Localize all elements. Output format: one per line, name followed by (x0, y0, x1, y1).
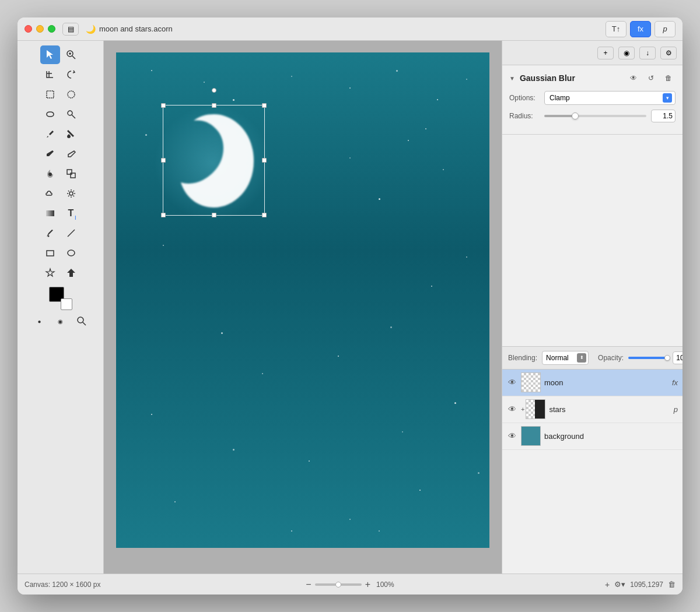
layer-stars-eye[interactable]: 👁 (507, 404, 517, 414)
app-window: ▤ 🌙 moon and stars.acorn T↑ fx p (18, 17, 682, 595)
opacity-slider-thumb (664, 355, 670, 361)
tool-row-10 (20, 224, 101, 242)
svg-rect-13 (71, 173, 75, 178)
canvas-background (116, 52, 489, 548)
filter-header: ▼ Gaussian Blur 👁 ↺ 🗑 (509, 72, 676, 84)
status-right: + ⚙▾ 1095,1297 🗑 (394, 580, 676, 589)
close-button[interactable] (24, 25, 32, 33)
tool-row-12 (20, 263, 101, 282)
radius-input[interactable] (651, 110, 676, 122)
blending-bar: Blending: Normal ⬍ Opacity: (502, 346, 682, 370)
rect-select-tool[interactable] (40, 85, 60, 104)
svg-marker-0 (47, 50, 53, 59)
zoom-thumb (335, 582, 341, 588)
filter-section: ▼ Gaussian Blur 👁 ↺ 🗑 (502, 65, 682, 135)
zoom-in-button[interactable]: + (365, 580, 370, 589)
ellipse-tool[interactable] (61, 244, 81, 262)
layer-background[interactable]: 👁 background (502, 423, 682, 450)
arrow-tool[interactable] (61, 263, 81, 282)
text-tool-button[interactable]: T↑ (606, 21, 626, 37)
zoom-out-button[interactable]: − (306, 580, 311, 589)
status-bar: Canvas: 1200 × 1600 px − + 100% + ⚙▾ 109… (18, 574, 682, 595)
left-toolbar: T| (18, 41, 104, 574)
color-tool-row: ● ◉ (30, 312, 92, 330)
smudge-tool[interactable] (40, 164, 60, 183)
eraser-tool[interactable] (61, 145, 81, 163)
layer-background-eye[interactable]: 👁 (507, 431, 517, 441)
param-tool-button[interactable]: p (654, 21, 676, 37)
filter-eye-icon: 👁 (630, 74, 637, 82)
magnify-tool[interactable] (72, 312, 92, 330)
lasso-tool[interactable] (40, 105, 60, 124)
clone-tool[interactable] (61, 164, 81, 183)
sample-color-tool[interactable]: ● (30, 312, 50, 330)
options-select-wrapper: Clamp ▾ (544, 91, 676, 105)
maximize-button[interactable] (48, 25, 55, 33)
svg-line-2 (72, 56, 75, 59)
fx-tool-button[interactable]: fx (630, 21, 651, 37)
filter-delete-button[interactable]: 🗑 (662, 72, 676, 84)
options-select[interactable]: Clamp (544, 91, 676, 105)
canvas-area[interactable] (104, 41, 502, 574)
filter-reset-button[interactable]: ↺ (644, 72, 658, 84)
minimize-button[interactable] (36, 25, 44, 33)
sun-tool[interactable] (61, 184, 81, 203)
radius-slider[interactable] (544, 115, 646, 117)
svg-line-20 (73, 196, 74, 197)
rect-tool[interactable] (40, 244, 60, 262)
pen-tool[interactable] (40, 224, 60, 242)
rotate-tool[interactable] (61, 65, 81, 84)
filter-trash-icon: 🗑 (665, 74, 672, 82)
opacity-input[interactable] (673, 351, 682, 364)
status-trash-button[interactable]: 🗑 (668, 580, 676, 589)
layer-moon[interactable]: 👁 moon fx (502, 370, 682, 396)
add-filter-button[interactable]: + (597, 47, 614, 59)
crop-tool[interactable] (40, 65, 60, 84)
handle-rotate[interactable] (212, 88, 216, 93)
tool-row-1 (20, 45, 101, 64)
opacity-slider[interactable] (628, 357, 669, 359)
filter-visible-button[interactable]: 👁 (626, 72, 640, 84)
magic-wand-tool[interactable] (61, 105, 81, 124)
status-gear-button[interactable]: ⚙▾ (614, 580, 625, 589)
svg-rect-7 (47, 91, 54, 98)
layer-background-name: background (544, 432, 678, 441)
zoom-tool[interactable] (61, 45, 81, 64)
layer-moon-fx: fx (672, 378, 678, 387)
sample-all-tool[interactable]: ◉ (51, 312, 71, 330)
select-tool[interactable] (40, 45, 60, 64)
brush-tool[interactable] (40, 145, 60, 163)
svg-point-8 (68, 91, 75, 98)
sidebar-toggle-button[interactable]: ▤ (62, 23, 79, 36)
eyedropper-tool[interactable] (40, 125, 60, 143)
layer-moon-eye[interactable]: 👁 (507, 377, 517, 388)
tool-row-3 (20, 85, 101, 104)
right-panel: + ◉ ↓ ⚙ ▼ Gaussian Blur (502, 41, 682, 574)
collapse-icon: ▼ (509, 75, 515, 82)
file-name: moon and stars.acorn (99, 24, 173, 33)
color-swatches[interactable] (49, 287, 72, 310)
ellipse-select-tool[interactable] (61, 85, 81, 104)
gradient-tool[interactable] (40, 204, 60, 223)
download-button[interactable]: ↓ (639, 47, 656, 59)
status-add-button[interactable]: + (605, 580, 610, 589)
moon-layer[interactable] (163, 105, 265, 216)
svg-rect-23 (46, 210, 54, 216)
panel-spacer (502, 135, 682, 339)
gear-button[interactable]: ⚙ (660, 47, 677, 59)
eye-button[interactable]: ◉ (618, 47, 635, 59)
paint-bucket-tool[interactable] (61, 125, 81, 143)
filter-title: Gaussian Blur (520, 73, 622, 83)
layer-stars-thumbnail (526, 399, 545, 419)
layer-stars[interactable]: 👁 + stars p (502, 396, 682, 423)
tool-row-6 (20, 145, 101, 163)
text-tool-side[interactable]: T| (61, 204, 81, 223)
zoom-slider[interactable] (315, 583, 362, 586)
traffic-lights (24, 25, 55, 33)
blend-mode-select[interactable]: Normal (542, 351, 589, 365)
line-tool[interactable] (61, 224, 81, 242)
cloud-tool[interactable] (40, 184, 60, 203)
tool-row-7 (20, 164, 101, 183)
fx-tool-label: fx (638, 24, 643, 33)
star-tool[interactable] (40, 263, 60, 282)
